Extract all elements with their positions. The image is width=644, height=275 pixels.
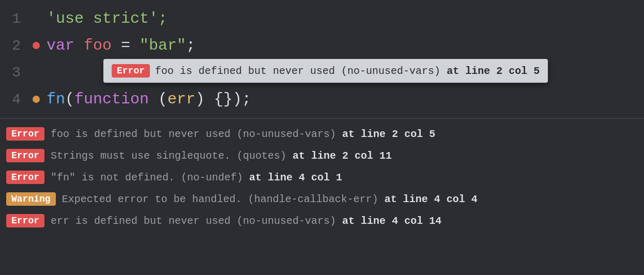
code-token-semi: ; [186, 37, 195, 54]
error-text-1: Strings must use singlequote. (quotes) a… [51, 150, 392, 162]
gutter-4 [31, 96, 41, 103]
code-token-space [149, 90, 158, 108]
warning-dot [33, 96, 40, 103]
code-token-args: ( [158, 90, 167, 108]
code-line-4: 4 fn(function (err) {}); [0, 86, 644, 113]
line-number-2: 2 [0, 38, 31, 54]
error-text-4: err is defined but never used (no-unused… [51, 215, 441, 227]
error-text-2: "fn" is not defined. (no-undef) at line … [51, 172, 342, 184]
code-token-paren: ( [65, 90, 74, 108]
error-text-0: foo is defined but never used (no-unused… [51, 128, 435, 140]
code-token-args2: ) {}); [195, 90, 251, 108]
error-row-0: Errorfoo is defined but never used (no-u… [0, 123, 644, 145]
tooltip-message: foo is defined but never used (no-unused… [155, 65, 540, 77]
editor-area: 1 'use strict'; 2 var foo = "bar"; Error… [0, 0, 644, 118]
code-line-1: 1 'use strict'; [0, 5, 644, 32]
code-content-2: var foo = "bar"; [41, 37, 195, 54]
tooltip-badge: Error [112, 64, 150, 78]
error-badge-1: Error [6, 149, 44, 162]
code-token-fn: fn [47, 90, 65, 108]
code-token-err: err [167, 90, 195, 108]
error-tooltip: Error foo is defined but never used (no-… [103, 59, 548, 83]
code-token-function: function [74, 90, 149, 108]
error-row-1: ErrorStrings must use singlequote. (quot… [0, 145, 644, 166]
error-badge-3: Warning [6, 192, 56, 206]
error-badge-0: Error [6, 127, 44, 141]
line-number-1: 1 [0, 11, 31, 27]
error-row-2: Error"fn" is not defined. (no-undef) at … [0, 166, 644, 188]
tooltip-location: at line 2 col 5 [447, 65, 540, 77]
code-content-1: 'use strict'; [41, 10, 167, 27]
code-content-4: fn(function (err) {}); [41, 90, 251, 108]
error-row-3: WarningExpected error to be handled. (ha… [0, 188, 644, 210]
gutter-2 [31, 42, 41, 49]
error-badge-4: Error [6, 214, 44, 227]
code-line-2: 2 var foo = "bar"; [0, 32, 644, 59]
code-token-bar: "bar" [140, 37, 186, 54]
error-badge-2: Error [6, 171, 44, 184]
code-token-foo: foo [84, 37, 112, 54]
code-token-eq: = [112, 37, 140, 54]
error-panel: Errorfoo is defined but never used (no-u… [0, 118, 644, 236]
tooltip-message-text: foo is defined but never used (no-unused… [155, 65, 440, 77]
error-dot [33, 42, 40, 49]
code-token: 'use strict'; [47, 10, 167, 27]
line-number-3: 3 [0, 65, 31, 81]
line-number-4: 4 [0, 91, 31, 108]
error-row-4: Errorerr is defined but never used (no-u… [0, 210, 644, 232]
error-text-3: Expected error to be handled. (handle-ca… [62, 193, 478, 205]
code-token-var: var [47, 37, 84, 54]
